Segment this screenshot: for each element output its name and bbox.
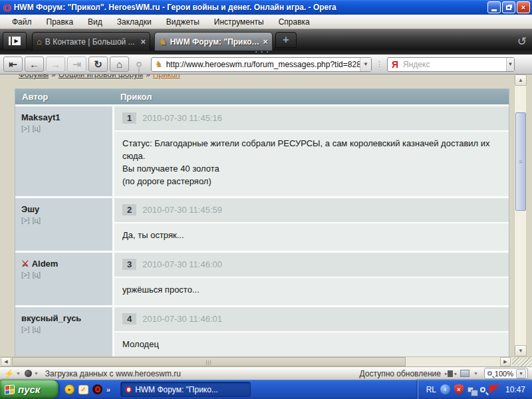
scroll-left-icon[interactable]: ◀ xyxy=(1,357,11,366)
post-message: Статус: Благодарные жители собрали РЕСУР… xyxy=(114,132,509,196)
new-tab-button[interactable]: + xyxy=(275,32,297,48)
post-number: 4 xyxy=(122,313,136,325)
post-date: 2010-07-30 11:46:01 xyxy=(142,314,222,324)
message-header: 3 2010-07-30 11:46:00 xyxy=(114,253,509,277)
system-tray: RL ‹ × 10:47 xyxy=(418,380,532,399)
menu-file[interactable]: Файл xyxy=(5,15,39,29)
password-key-button[interactable] xyxy=(131,57,147,72)
horizontal-scrollbar[interactable]: ◀ ||| ▶ xyxy=(0,356,532,366)
fit-width-icon[interactable]: ▸◂ xyxy=(445,370,456,377)
author-cell: вкусный_гусь [>] [ц] xyxy=(15,307,112,356)
closed-tabs-icon[interactable]: ↺ xyxy=(517,35,527,49)
author-quote-link[interactable]: [ц] xyxy=(33,216,41,224)
message-cell: 4 2010-07-30 11:46:01 Молодец xyxy=(114,307,509,356)
update-available-text[interactable]: Доступно обновление xyxy=(360,369,441,378)
forward-button[interactable]: → xyxy=(46,57,65,72)
address-dropdown-icon[interactable]: ▼ xyxy=(360,58,371,71)
magnifier-tray-icon[interactable] xyxy=(480,387,485,392)
url-input[interactable] xyxy=(166,60,360,69)
panel-arrow-icon: ▶ xyxy=(12,37,21,45)
post-message: уржёшься просто... xyxy=(114,278,509,305)
clan-emblem-icon: ⚔ xyxy=(21,259,29,269)
fast-forward-button[interactable]: ⇥ xyxy=(67,57,86,72)
menu-edit[interactable]: Правка xyxy=(40,15,80,29)
author-name[interactable]: Maksayt1 xyxy=(21,112,61,122)
menu-bookmarks[interactable]: Закладки xyxy=(110,15,158,29)
search-dropdown-icon[interactable]: ▼ xyxy=(506,58,514,71)
start-button[interactable]: пуск xyxy=(0,380,59,399)
vertical-scrollbar-thumb[interactable]: ≡ xyxy=(515,112,526,211)
minimize-button[interactable] xyxy=(487,1,501,13)
post-date: 2010-07-30 11:45:59 xyxy=(142,205,222,215)
back-button[interactable]: ← xyxy=(25,57,44,72)
site-favicon-icon: ♞ xyxy=(155,59,163,69)
security-shield-icon[interactable]: × xyxy=(454,384,464,394)
opera-icon[interactable] xyxy=(92,384,102,394)
home-button[interactable]: ⌂ xyxy=(110,57,129,72)
turbo-dropdown-icon[interactable]: ▼ xyxy=(16,371,21,376)
close-button[interactable]: × xyxy=(517,1,530,13)
author-goto-link[interactable]: [>] xyxy=(21,216,30,224)
tab-close-icon[interactable]: × xyxy=(263,37,268,47)
rewind-button[interactable]: ⇤ xyxy=(3,57,23,72)
tab-hwm-forum[interactable]: ♞ HWM Форум: "Прикол". ... × xyxy=(154,32,273,51)
zoom-control[interactable]: 100% ▼ xyxy=(484,368,528,379)
tab-close-icon[interactable]: × xyxy=(140,37,146,47)
address-bar[interactable]: ♞ ▼ xyxy=(151,57,372,72)
scroll-up-icon[interactable]: ▲ xyxy=(515,74,527,86)
scroll-down-icon[interactable]: ▼ xyxy=(515,345,527,356)
menu-widgets[interactable]: Виджеты xyxy=(160,15,206,29)
search-input[interactable] xyxy=(403,60,506,69)
menu-tools[interactable]: Инструменты xyxy=(207,15,271,29)
taskbar-window-button[interactable]: HWM Форум: "Прико... xyxy=(120,382,251,397)
quick-launch-overflow-icon[interactable]: » xyxy=(106,386,110,394)
search-box[interactable]: Я ▼ xyxy=(387,57,515,72)
author-goto-link[interactable]: [>] xyxy=(21,271,30,279)
menu-view[interactable]: Вид xyxy=(81,15,109,29)
zoom-dropdown-icon[interactable]: ▼ xyxy=(516,369,526,378)
author-goto-link[interactable]: [>] xyxy=(21,325,30,333)
mail-icon[interactable]: ✓ xyxy=(78,385,88,394)
scroll-right-icon[interactable]: ▶ xyxy=(500,357,511,366)
tab-drag-dots[interactable]: • • • xyxy=(255,49,269,54)
breadcrumb-forums-link[interactable]: Форумы xyxy=(19,74,49,79)
panels-toggle-button[interactable]: ▶ xyxy=(3,32,27,50)
post-number: 3 xyxy=(122,259,136,270)
author-name[interactable]: вкусный_гусь xyxy=(21,313,81,323)
globe-dropdown-icon[interactable]: ▼ xyxy=(34,371,39,376)
post-message: Да, ты остряк... xyxy=(114,223,509,251)
breadcrumb-section-link[interactable]: Общий игровой форум xyxy=(59,74,143,79)
horizontal-scrollbar-thumb[interactable]: ||| xyxy=(12,357,406,366)
breadcrumb-separator: » xyxy=(49,74,59,79)
opera-turbo-icon[interactable]: ⚡ xyxy=(4,369,14,378)
download-flag-icon[interactable] xyxy=(489,385,500,394)
tray-collapse-icon[interactable]: ‹ xyxy=(440,384,450,394)
language-indicator[interactable]: RL xyxy=(426,385,436,394)
reload-button[interactable]: ↻ xyxy=(88,57,108,72)
toolbar-separator: ⋮ xyxy=(374,60,385,68)
author-quote-link[interactable]: [ц] xyxy=(33,271,41,279)
restore-button[interactable] xyxy=(502,1,515,13)
breadcrumb-topic-link[interactable]: Прикол xyxy=(153,74,180,79)
author-quote-link[interactable]: [ц] xyxy=(33,325,41,333)
network-tray-icon[interactable] xyxy=(467,387,473,392)
vertical-scrollbar[interactable]: ▲ ≡ ▼ xyxy=(514,74,526,356)
task-button-label: HWM Форум: "Прико... xyxy=(135,385,218,394)
taskbar-clock: 10:47 xyxy=(505,385,525,394)
network-globe-icon[interactable] xyxy=(25,370,32,377)
images-toggle-icon[interactable] xyxy=(460,370,469,377)
tab-vkontakte[interactable]: ⌂ В Контакте | Большой ... × xyxy=(32,32,150,51)
images-dropdown-icon[interactable]: ▼ xyxy=(473,371,478,376)
breadcrumb-separator: » xyxy=(143,74,153,79)
menu-help[interactable]: Справка xyxy=(272,15,317,29)
author-goto-link[interactable]: [>] xyxy=(21,124,30,132)
resize-grip[interactable] xyxy=(512,357,532,366)
tab-bar: ▶ ⌂ В Контакте | Большой ... × ♞ HWM Фор… xyxy=(0,29,532,55)
aimp-icon[interactable]: ▸ xyxy=(65,384,74,394)
author-quote-link[interactable]: [ц] xyxy=(33,124,41,132)
minimize-icon xyxy=(491,9,497,11)
windows-logo-icon xyxy=(5,384,15,395)
panel-bar-icon xyxy=(9,37,11,45)
author-name[interactable]: Эшу xyxy=(21,204,39,214)
author-name[interactable]: Aldem xyxy=(32,259,59,269)
